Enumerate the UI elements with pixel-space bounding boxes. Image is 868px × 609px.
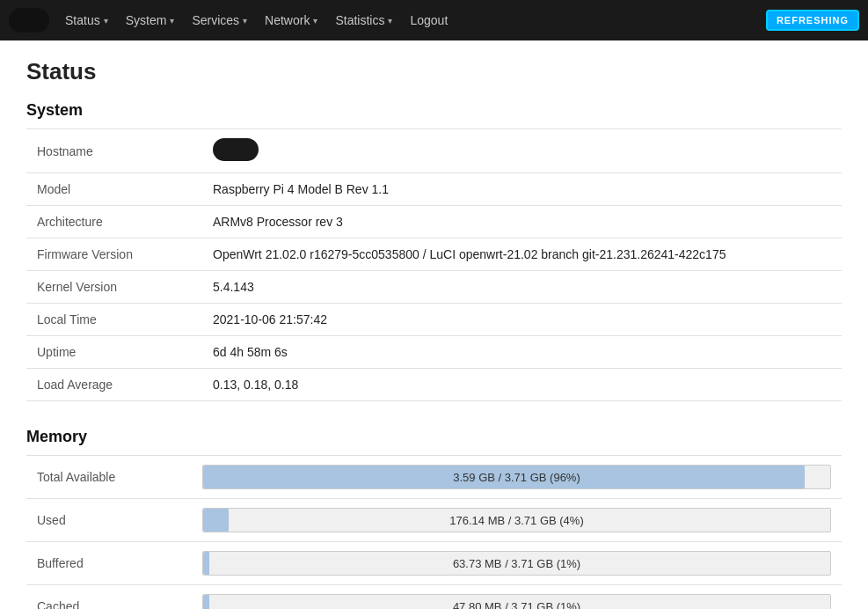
- memory-row-label: Buffered: [26, 542, 202, 585]
- memory-table: Total Available3.59 GB / 3.71 GB (96%)Us…: [26, 455, 842, 609]
- memory-row-label: Used: [26, 499, 202, 542]
- system-row-value: 0.13, 0.18, 0.18: [202, 369, 842, 401]
- memory-row: Total Available3.59 GB / 3.71 GB (96%): [26, 456, 842, 499]
- nav-network[interactable]: Network ▾: [256, 0, 326, 40]
- memory-bar-container: 176.14 MB / 3.71 GB (4%): [202, 508, 831, 532]
- nav-system[interactable]: System ▾: [117, 0, 184, 40]
- memory-bar-label: 176.14 MB / 3.71 GB (4%): [203, 514, 830, 527]
- nav-status-arrow: ▾: [104, 16, 108, 26]
- memory-row-bar-cell: 3.59 GB / 3.71 GB (96%): [202, 456, 842, 499]
- system-row: Uptime6d 4h 58m 6s: [26, 336, 842, 369]
- memory-row-bar-cell: 63.73 MB / 3.71 GB (1%): [202, 542, 842, 585]
- nav-statistics[interactable]: Statistics ▾: [326, 0, 401, 40]
- nav-services[interactable]: Services ▾: [183, 0, 256, 40]
- system-row: ArchitectureARMv8 Processor rev 3: [26, 206, 842, 238]
- memory-bar-label: 63.73 MB / 3.71 GB (1%): [203, 557, 830, 570]
- system-row-value: [202, 129, 842, 173]
- page-title: Status: [26, 58, 842, 85]
- memory-bar-label: 47.80 MB / 3.71 GB (1%): [203, 600, 830, 610]
- nav-system-arrow: ▾: [170, 16, 174, 26]
- system-row-label: Uptime: [26, 336, 202, 369]
- nav-status[interactable]: Status ▾: [56, 0, 117, 40]
- system-row-label: Local Time: [26, 304, 202, 336]
- system-row-label: Firmware Version: [26, 238, 202, 271]
- system-row: ModelRaspberry Pi 4 Model B Rev 1.1: [26, 173, 842, 206]
- memory-bar-container: 63.73 MB / 3.71 GB (1%): [202, 551, 831, 576]
- system-row-value: 5.4.143: [202, 271, 842, 304]
- nav-network-arrow: ▾: [313, 16, 317, 26]
- system-section-title: System: [26, 101, 842, 120]
- memory-row-bar-cell: 176.14 MB / 3.71 GB (4%): [202, 499, 842, 542]
- system-row-label: Kernel Version: [26, 271, 202, 304]
- system-row-label: Hostname: [26, 129, 202, 173]
- memory-row: Buffered63.73 MB / 3.71 GB (1%): [26, 542, 842, 585]
- system-row: Load Average0.13, 0.18, 0.18: [26, 369, 842, 401]
- nav-statistics-arrow: ▾: [388, 16, 392, 26]
- system-row-value: ARMv8 Processor rev 3: [202, 206, 842, 238]
- system-row-label: Architecture: [26, 206, 202, 238]
- hostname-pill: [213, 138, 259, 161]
- nav-services-label: Services: [192, 13, 239, 27]
- memory-section-title: Memory: [26, 428, 842, 446]
- navbar-menu: Status ▾ System ▾ Services ▾ Network ▾ S…: [56, 0, 766, 40]
- nav-statistics-label: Statistics: [335, 13, 384, 27]
- refreshing-badge: REFRESHING: [766, 10, 859, 31]
- memory-bar-container: 47.80 MB / 3.71 GB (1%): [202, 594, 831, 609]
- nav-system-label: System: [126, 13, 167, 27]
- memory-row-label: Cached: [26, 585, 202, 610]
- system-info-table: HostnameModelRaspberry Pi 4 Model B Rev …: [26, 128, 842, 401]
- system-row: Local Time2021-10-06 21:57:42: [26, 304, 842, 336]
- main-content: Status System HostnameModelRaspberry Pi …: [0, 40, 868, 609]
- memory-row: Cached47.80 MB / 3.71 GB (1%): [26, 585, 842, 610]
- nav-logout[interactable]: Logout: [401, 0, 456, 40]
- system-row-label: Model: [26, 173, 202, 206]
- system-row: Kernel Version5.4.143: [26, 271, 842, 304]
- memory-bar-label: 3.59 GB / 3.71 GB (96%): [203, 471, 830, 484]
- system-row: Firmware VersionOpenWrt 21.02.0 r16279-5…: [26, 238, 842, 271]
- navbar: Status ▾ System ▾ Services ▾ Network ▾ S…: [0, 0, 868, 40]
- memory-row-label: Total Available: [26, 456, 202, 499]
- system-row-value: Raspberry Pi 4 Model B Rev 1.1: [202, 173, 842, 206]
- system-row: Hostname: [26, 129, 842, 173]
- system-row-value: 6d 4h 58m 6s: [202, 336, 842, 369]
- nav-status-label: Status: [65, 13, 100, 27]
- navbar-logo: [9, 8, 49, 33]
- nav-logout-label: Logout: [410, 13, 448, 27]
- system-row-value: 2021-10-06 21:57:42: [202, 304, 842, 336]
- memory-bar-container: 3.59 GB / 3.71 GB (96%): [202, 465, 831, 489]
- nav-services-arrow: ▾: [243, 16, 247, 26]
- memory-row-bar-cell: 47.80 MB / 3.71 GB (1%): [202, 585, 842, 610]
- memory-row: Used176.14 MB / 3.71 GB (4%): [26, 499, 842, 542]
- nav-network-label: Network: [265, 13, 310, 27]
- system-row-value: OpenWrt 21.02.0 r16279-5cc0535800 / LuCI…: [202, 238, 842, 271]
- system-row-label: Load Average: [26, 369, 202, 401]
